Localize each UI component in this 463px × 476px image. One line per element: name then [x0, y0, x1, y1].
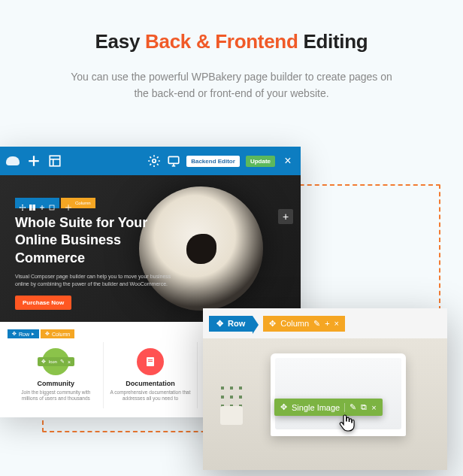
card-community: ✥ Icon ✎ × Community Join the biggest co…	[9, 342, 104, 408]
column-label: Column	[52, 332, 70, 337]
single-image-label: Single Image	[292, 403, 340, 412]
svg-rect-11	[148, 359, 153, 360]
svg-rect-8	[33, 205, 36, 211]
column-label: Column	[75, 201, 91, 205]
close-icon[interactable]: ×	[281, 154, 295, 168]
pencil-icon[interactable]: ✎	[350, 402, 356, 412]
wpbakery-logo-icon	[6, 154, 20, 168]
editor-popup: ✥ Row ✥ Column ✎ + × ✥ Single Image ✎ ⧉ …	[203, 308, 447, 470]
column-control-bar[interactable]: Column	[61, 198, 95, 208]
column-label: Column	[280, 319, 309, 328]
row-control[interactable]: ✥ Row	[209, 316, 253, 332]
add-element-icon[interactable]	[27, 154, 41, 168]
pencil-icon[interactable]: ✎	[313, 319, 320, 329]
svg-rect-0	[50, 156, 60, 166]
plus-icon	[39, 200, 45, 206]
purchase-button[interactable]: Purchase Now	[15, 296, 71, 310]
move-icon: ✥	[12, 331, 17, 337]
column-chip[interactable]: ✥ Column	[41, 329, 74, 338]
move-icon: ✥	[280, 402, 287, 412]
page-title: Easy Back & Frontend Editing	[38, 30, 425, 53]
single-image-chip[interactable]: ✥ Single Image ✎ ⧉ ×	[274, 399, 383, 416]
move-icon: ✥	[216, 319, 223, 329]
hero-description: Visual Composer page builder can help yo…	[15, 273, 173, 288]
svg-rect-12	[148, 361, 153, 362]
gear-icon[interactable]	[147, 154, 161, 168]
hand-cursor-icon	[337, 414, 356, 433]
svg-rect-4	[168, 156, 179, 163]
page-subtitle: You can use the powerful WPBakery page b…	[38, 68, 425, 102]
svg-rect-9	[50, 205, 54, 210]
move-icon: ✥	[41, 359, 46, 365]
hero-section: Column Whole Suite for Your Online Busin…	[0, 175, 301, 322]
move-icon	[20, 200, 26, 206]
element-hover-chip[interactable]: ✥ Icon ✎ ×	[38, 357, 74, 366]
title-post: Editing	[298, 30, 368, 53]
community-icon: ✥ Icon ✎ ×	[42, 348, 69, 375]
move-icon: ✥	[269, 319, 276, 329]
copy-icon[interactable]: ⧉	[361, 402, 367, 412]
layout-icon	[49, 200, 55, 206]
title-accent: Back & Frontend	[145, 30, 298, 53]
popup-toolbar: ✥ Row ✥ Column ✎ + ×	[203, 308, 447, 338]
svg-point-3	[153, 159, 156, 163]
popup-canvas: ✥ Single Image ✎ ⧉ ×	[203, 338, 447, 470]
card-title: Documentation	[108, 380, 193, 387]
row-label: Row	[19, 332, 29, 337]
documentation-icon	[137, 348, 164, 375]
column-control[interactable]: ✥ Column ✎ + ×	[263, 316, 345, 332]
card-documentation: Documentation A comprehensive documentat…	[104, 342, 198, 408]
pencil-icon: ✎	[60, 359, 65, 365]
page-header: Easy Back & Frontend Editing You can use…	[0, 0, 463, 117]
close-icon[interactable]: ×	[371, 403, 376, 412]
row-label: Row	[228, 319, 245, 328]
close-icon: ×	[68, 359, 71, 365]
close-icon[interactable]: ×	[334, 319, 339, 328]
card-title: Community	[14, 380, 98, 387]
editor-topbar: Backend Editor Update ×	[0, 147, 301, 175]
hero-title: Whole Suite for Your Online Business Com…	[15, 214, 180, 267]
row-chip[interactable]: ✥ Row ▸	[8, 329, 39, 338]
topbar-right: Backend Editor Update ×	[147, 154, 295, 168]
decorative-plant	[214, 384, 248, 425]
row-control-bar[interactable]	[15, 198, 59, 208]
template-icon[interactable]	[48, 154, 62, 168]
update-button[interactable]: Update	[246, 156, 275, 167]
svg-rect-7	[29, 205, 32, 211]
card-desc: Join the biggest community with millions…	[14, 390, 98, 402]
monitor-icon[interactable]	[167, 154, 180, 168]
topbar-left	[6, 154, 62, 168]
title-pre: Easy	[95, 30, 145, 53]
plus-icon[interactable]: +	[325, 319, 329, 328]
move-icon	[65, 200, 71, 206]
layout-icon	[29, 200, 35, 206]
chevron-right-icon: ▸	[32, 331, 35, 337]
add-element-button[interactable]: +	[278, 209, 293, 224]
card-desc: A comprehensive documentation that addre…	[108, 390, 193, 402]
move-icon: ✥	[45, 331, 50, 337]
separator	[344, 403, 345, 412]
backend-editor-button[interactable]: Backend Editor	[186, 156, 240, 167]
